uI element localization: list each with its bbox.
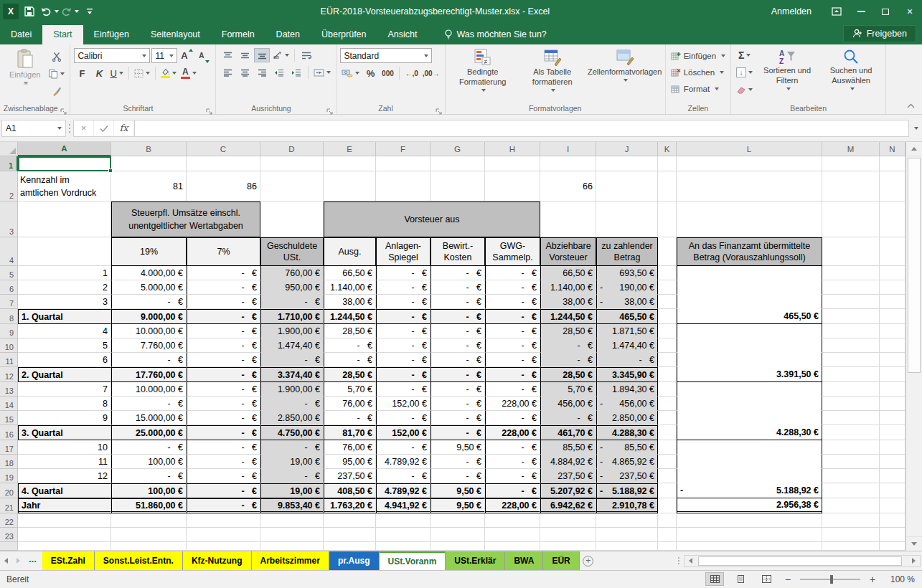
insert-cells-button[interactable]: Einfügen <box>669 48 727 63</box>
maximize-button[interactable] <box>873 0 898 23</box>
cell-C19[interactable]: - € <box>187 469 260 483</box>
cell-G20[interactable]: 9,50 € <box>431 483 485 498</box>
row-header-24[interactable] <box>0 542 18 551</box>
cell-D16[interactable]: 4.750,00 € <box>260 425 324 440</box>
cell-A18[interactable]: 11 <box>18 455 111 469</box>
cell-D15[interactable]: 2.850,00 € <box>260 411 324 425</box>
cell-C12[interactable]: - € <box>187 367 260 382</box>
cell-C14[interactable]: - € <box>187 397 260 411</box>
format-cells-button[interactable]: Format <box>669 81 727 96</box>
column-header-G[interactable]: G <box>431 142 485 156</box>
cell-C21[interactable]: - € <box>187 498 260 513</box>
row-header-1[interactable]: 1 <box>0 156 18 171</box>
cell-M8[interactable] <box>822 309 880 324</box>
cell-M3[interactable] <box>822 201 880 237</box>
cell-C13[interactable]: - € <box>187 382 260 397</box>
save-button[interactable] <box>20 3 39 20</box>
cell-D10[interactable]: 1.474,40 € <box>260 338 324 353</box>
cell-N23[interactable] <box>880 528 905 542</box>
cell-N11[interactable] <box>880 353 905 367</box>
cell-H17[interactable]: - € <box>485 440 540 455</box>
cell-F13[interactable]: - € <box>376 382 431 397</box>
cell-N21[interactable] <box>880 498 905 513</box>
sheet-tab-Sonst-Leist-Entn-[interactable]: Sonst.Leist.Entn. <box>95 551 183 570</box>
format-as-table-button[interactable]: Als Tabelle formatieren <box>519 47 586 102</box>
cell-I11[interactable]: - € <box>540 353 596 367</box>
cell-I15[interactable]: - € <box>540 411 596 425</box>
align-middle-button[interactable] <box>237 48 253 62</box>
cell-N20[interactable] <box>880 483 905 498</box>
cell-A24[interactable] <box>18 542 111 551</box>
cell-I6[interactable]: 1.140,00 € <box>540 280 596 295</box>
cell-G9[interactable]: - € <box>431 324 485 338</box>
row-header-12[interactable]: 12 <box>0 367 18 382</box>
cell-G5[interactable]: - € <box>431 266 485 280</box>
undo-button[interactable] <box>40 3 59 20</box>
cell-K12[interactable] <box>658 367 677 382</box>
cell-I1[interactable] <box>540 156 596 171</box>
cell-M6[interactable] <box>822 280 880 295</box>
cell-K11[interactable] <box>658 353 677 367</box>
zoom-slider[interactable] <box>800 579 860 580</box>
cancel-entry-button[interactable]: × <box>74 120 94 136</box>
cell-E5[interactable]: 66,50 € <box>324 266 376 280</box>
cell-C11[interactable]: - € <box>187 353 260 367</box>
cell-E13[interactable]: 5,70 € <box>324 382 376 397</box>
cell-F7[interactable]: - € <box>376 295 431 309</box>
column-header-A[interactable]: A <box>18 142 111 156</box>
row-header-14[interactable]: 14 <box>0 397 18 411</box>
cell-H13[interactable]: - € <box>485 382 540 397</box>
cell-J3[interactable] <box>596 201 658 237</box>
cell-C18[interactable]: - € <box>187 455 260 469</box>
cell-B12[interactable]: 17.760,00 € <box>111 367 187 382</box>
merged-header-vorsteuer[interactable]: Vorsteuer aus <box>324 201 540 237</box>
ribbon-tab-datei[interactable]: Datei <box>0 25 42 44</box>
sheet-tabs-overflow[interactable]: ... <box>24 554 42 569</box>
bold-button[interactable]: F <box>74 66 90 80</box>
cell-K16[interactable] <box>658 425 677 440</box>
decrease-indent-button[interactable] <box>271 65 287 80</box>
cell-K7[interactable] <box>658 295 677 309</box>
cell-E1[interactable] <box>324 156 376 171</box>
cell-E22[interactable] <box>324 513 376 528</box>
row-header-13[interactable]: 13 <box>0 382 18 397</box>
cell-C9[interactable]: - € <box>187 324 260 338</box>
row-header-18[interactable]: 18 <box>0 455 18 469</box>
cell-N5[interactable] <box>880 266 905 280</box>
cell-M21[interactable] <box>822 498 880 513</box>
cell-I13[interactable]: 5,70 € <box>540 382 596 397</box>
cell-D5[interactable]: 760,00 € <box>260 266 324 280</box>
horizontal-scroll-thumb[interactable] <box>698 556 902 566</box>
cell-K10[interactable] <box>658 338 677 353</box>
cut-button[interactable] <box>47 49 66 64</box>
cell-C17[interactable]: - € <box>187 440 260 455</box>
cell-styles-button[interactable]: Zellenformatvorlagen <box>588 47 662 102</box>
minimize-button[interactable] <box>849 0 873 23</box>
column-header-N[interactable]: N <box>880 142 905 156</box>
row-header-21[interactable]: 21 <box>0 498 18 513</box>
cell-N18[interactable] <box>880 455 905 469</box>
cell-A15[interactable]: 9 <box>18 411 111 425</box>
sheet-tab-Arbeitszimmer[interactable]: Arbeitszimmer <box>252 551 329 570</box>
cell-L4[interactable]: An das Finanzamt übermittelte Betrag (Vo… <box>677 237 822 266</box>
cell-N14[interactable] <box>880 397 905 411</box>
cell-H19[interactable]: - € <box>485 469 540 483</box>
scroll-left-button[interactable] <box>685 556 697 566</box>
cell-I14[interactable]: 456,00 € <box>540 397 596 411</box>
confirm-entry-button[interactable] <box>94 120 114 136</box>
cell-G21[interactable]: 9,50 € <box>431 498 485 513</box>
cell-J4[interactable]: zu zahlender Betrag <box>596 237 658 266</box>
cell-N9[interactable] <box>880 324 905 338</box>
cell-L19[interactable] <box>677 469 822 483</box>
cell-C16[interactable]: - € <box>187 425 260 440</box>
cell-K6[interactable] <box>658 280 677 295</box>
share-button[interactable]: Freigeben <box>843 25 916 42</box>
column-header-C[interactable]: C <box>187 142 260 156</box>
cell-D8[interactable]: 1.710,00 € <box>260 309 324 324</box>
cell-E16[interactable]: 81,70 € <box>324 425 376 440</box>
cell-E19[interactable]: 237,50 € <box>324 469 376 483</box>
cell-H18[interactable]: - € <box>485 455 540 469</box>
column-header-I[interactable]: I <box>540 142 596 156</box>
cell-M17[interactable] <box>822 440 880 455</box>
paste-button[interactable]: Einfügen <box>5 47 44 102</box>
